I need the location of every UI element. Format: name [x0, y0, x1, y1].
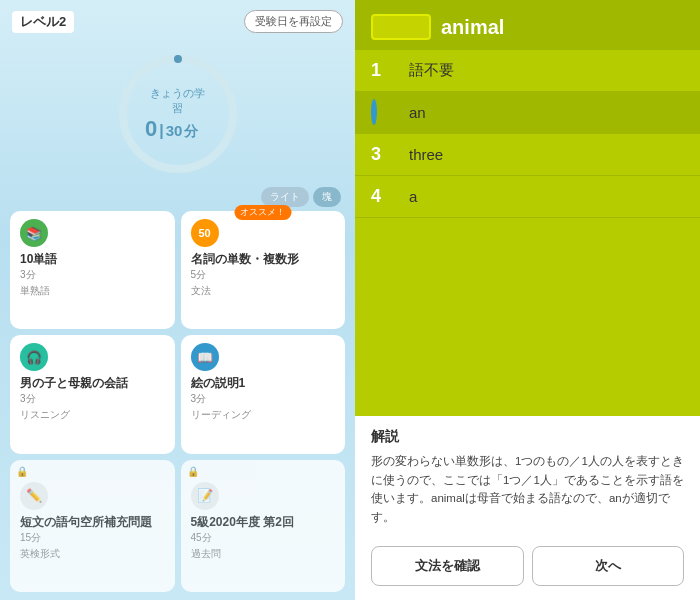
grammar-check-button[interactable]: 文法を確認	[371, 546, 524, 586]
card-duration-grammar: 5分	[191, 268, 336, 282]
card-icon-reading: 📖	[191, 343, 219, 371]
toggle-light-button[interactable]: ライト	[261, 187, 309, 207]
card-vocabulary[interactable]: 📚 10単語 3分 単熟語	[10, 211, 175, 329]
card-icon-eiken: ✏️	[20, 482, 48, 510]
word-blank	[371, 14, 431, 40]
card-icon-past-exam: 📝	[191, 482, 219, 510]
option-4-num: 4	[371, 186, 399, 207]
progress-circle: きょうの学習 0 | 30 分	[113, 49, 243, 179]
option-2-circle	[371, 99, 377, 125]
card-title-past-exam: 5級2020年度 第2回	[191, 514, 336, 531]
card-category-reading: リーディング	[191, 408, 336, 422]
card-past-exam[interactable]: 🔒 📝 5級2020年度 第2回 45分 過去問	[181, 460, 346, 592]
circle-label: きょうの学習	[145, 86, 210, 116]
level-badge: レベル2	[12, 11, 74, 33]
card-icon-vocabulary: 📚	[20, 219, 48, 247]
card-title-reading: 絵の説明1	[191, 375, 336, 392]
toggle-area: ライト 塊	[0, 187, 355, 207]
card-duration-past-exam: 45分	[191, 531, 336, 545]
circle-area: きょうの学習 0 | 30 分	[0, 39, 355, 187]
options-list: 1 語不要 an 3 three 4 a	[355, 50, 700, 416]
option-2-num	[371, 102, 399, 123]
quiz-word: animal	[441, 16, 504, 39]
explanation-title: 解説	[371, 428, 684, 446]
card-duration-vocabulary: 3分	[20, 268, 165, 282]
circle-text: きょうの学習 0 | 30 分	[145, 86, 210, 142]
card-category-eiken: 英検形式	[20, 547, 165, 561]
card-duration-reading: 3分	[191, 392, 336, 406]
right-panel: animal 1 語不要 an 3 three 4 a 解説 形の変わらない単数…	[355, 0, 700, 600]
toggle-dark-button[interactable]: 塊	[313, 187, 341, 207]
option-4[interactable]: 4 a	[355, 176, 700, 218]
card-title-listening: 男の子と母親の会話	[20, 375, 165, 392]
option-3-text: three	[409, 146, 443, 163]
option-1-text: 語不要	[409, 61, 454, 80]
option-1[interactable]: 1 語不要	[355, 50, 700, 92]
card-listening[interactable]: 🎧 男の子と母親の会話 3分 リスニング	[10, 335, 175, 453]
action-buttons: 文法を確認 次へ	[355, 536, 700, 600]
card-reading[interactable]: 📖 絵の説明1 3分 リーディング	[181, 335, 346, 453]
circle-sep: |	[159, 122, 163, 140]
card-title-grammar: 名詞の単数・複数形	[191, 251, 336, 268]
option-4-text: a	[409, 188, 417, 205]
explanation-area: 解説 形の変わらない単数形は、1つのもの／1人の人を表すときに使うので、ここでは…	[355, 416, 700, 536]
next-button[interactable]: 次へ	[532, 546, 685, 586]
circle-target: 30	[166, 122, 183, 139]
card-title-vocabulary: 10単語	[20, 251, 165, 268]
card-icon-grammar: 50	[191, 219, 219, 247]
card-title-eiken: 短文の語句空所補充問題	[20, 514, 165, 531]
option-1-num: 1	[371, 60, 399, 81]
option-3[interactable]: 3 three	[355, 134, 700, 176]
option-2-text: an	[409, 104, 426, 121]
lock-icon-past-exam: 🔒	[187, 466, 199, 477]
explanation-text: 形の変わらない単数形は、1つのもの／1人の人を表すときに使うので、ここでは「1つ…	[371, 452, 684, 526]
reset-exam-button[interactable]: 受験日を再設定	[244, 10, 343, 33]
circle-current: 0	[145, 116, 157, 142]
option-3-num: 3	[371, 144, 399, 165]
quiz-header: animal	[355, 0, 700, 50]
osusume-badge: オススメ！	[234, 205, 291, 220]
cards-area: 📚 10単語 3分 単熟語 オススメ！ 50 名詞の単数・複数形 5分 文法 🎧…	[0, 211, 355, 600]
card-grammar[interactable]: オススメ！ 50 名詞の単数・複数形 5分 文法	[181, 211, 346, 329]
card-category-past-exam: 過去問	[191, 547, 336, 561]
card-duration-listening: 3分	[20, 392, 165, 406]
card-duration-eiken: 15分	[20, 531, 165, 545]
card-eiken[interactable]: 🔒 ✏️ 短文の語句空所補充問題 15分 英検形式	[10, 460, 175, 592]
left-header: レベル2 受験日を再設定	[0, 0, 355, 39]
circle-numbers: 0 | 30 分	[145, 116, 210, 142]
card-category-grammar: 文法	[191, 284, 336, 298]
option-2[interactable]: an	[355, 92, 700, 134]
card-icon-listening: 🎧	[20, 343, 48, 371]
left-panel: レベル2 受験日を再設定 きょうの学習 0 | 30 分 ライト 塊	[0, 0, 355, 600]
lock-icon-eiken: 🔒	[16, 466, 28, 477]
card-category-vocabulary: 単熟語	[20, 284, 165, 298]
card-category-listening: リスニング	[20, 408, 165, 422]
circle-unit: 分	[184, 123, 198, 141]
